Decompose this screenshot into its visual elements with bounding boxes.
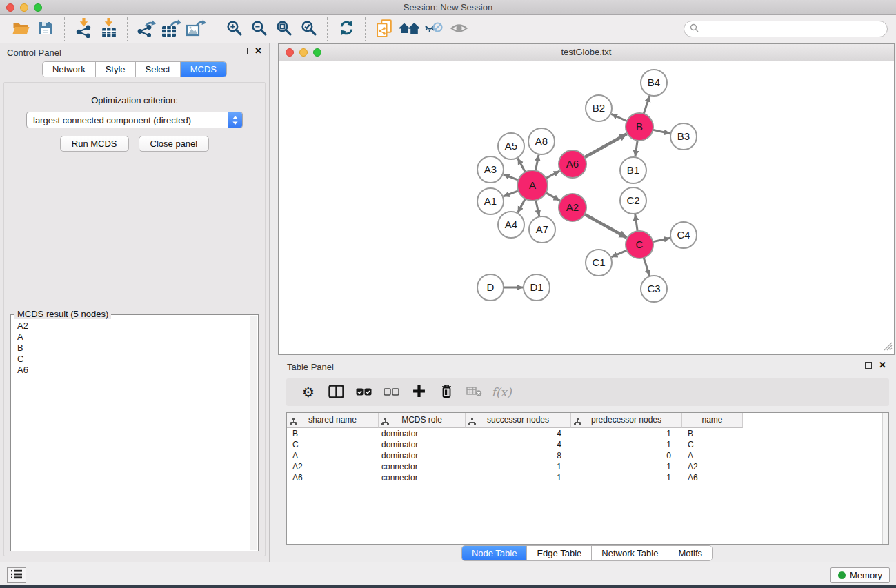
delete-table-button[interactable] — [460, 385, 488, 399]
zoom-fit-button[interactable] — [271, 17, 296, 41]
table-cell[interactable]: A6 — [287, 472, 379, 483]
column-header-successor-nodes[interactable]: successor nodes — [466, 413, 571, 428]
column-header-predecessor-nodes[interactable]: predecessor nodes — [571, 413, 682, 428]
result-item[interactable]: C — [17, 354, 252, 365]
tab-select[interactable]: Select — [136, 62, 181, 77]
split-view-button[interactable] — [322, 385, 350, 401]
import-table-button[interactable] — [96, 17, 121, 41]
zoom-in-button[interactable] — [221, 17, 246, 41]
graph-edge-C-C3[interactable] — [644, 256, 650, 276]
float-table-panel-icon[interactable] — [865, 362, 872, 369]
table-cell[interactable]: dominator — [379, 450, 466, 461]
graph-edge-A-A5[interactable] — [518, 159, 526, 174]
zoom-out-button[interactable] — [246, 17, 271, 41]
graph-edge-B-B2[interactable] — [611, 114, 628, 121]
table-row[interactable]: Adominator80A — [287, 450, 888, 461]
table-cell[interactable]: 1 — [571, 472, 682, 483]
delete-column-button[interactable] — [432, 384, 460, 401]
graph-edge-A-A4[interactable] — [518, 198, 526, 213]
tab-motifs[interactable]: Motifs — [668, 546, 712, 560]
tab-style[interactable]: Style — [96, 62, 136, 77]
table-cell[interactable]: A2 — [682, 461, 743, 472]
search-field[interactable] — [684, 21, 888, 37]
graph-edge-C-C1[interactable] — [611, 250, 628, 257]
float-panel-icon[interactable] — [241, 48, 248, 54]
tab-mcds[interactable]: MCDS — [181, 62, 226, 77]
table-cell[interactable]: 1 — [466, 472, 571, 483]
search-input[interactable] — [702, 24, 882, 34]
table-cell[interactable]: 1 — [571, 428, 682, 439]
column-header-shared-name[interactable]: shared name — [287, 413, 379, 428]
table-row[interactable]: A2connector11A2 — [287, 461, 888, 472]
table-row[interactable]: Cdominator41C — [287, 439, 888, 450]
table-cell[interactable]: 1 — [571, 461, 682, 472]
table-cell[interactable]: 4 — [466, 439, 571, 450]
table-cell[interactable]: 1 — [571, 439, 682, 450]
table-scrollbar[interactable] — [882, 413, 888, 544]
graph-edge-A-A8[interactable] — [535, 155, 539, 172]
table-cell[interactable]: B — [287, 428, 379, 439]
tab-network[interactable]: Network — [43, 62, 96, 77]
graph-edge-A-A2[interactable] — [545, 192, 560, 201]
network-canvas[interactable]: B4B2BB3A8A5A6A3B1AA1C2A2A4A7C4CC1DD1C3 — [279, 61, 894, 354]
table-row[interactable]: Bdominator41B — [287, 428, 888, 439]
close-network-button[interactable] — [286, 48, 294, 57]
table-cell[interactable]: dominator — [379, 439, 466, 450]
network-window-titlebar[interactable]: testGlobe.txt — [279, 44, 894, 61]
save-session-button[interactable] — [33, 17, 58, 41]
add-column-button[interactable] — [405, 385, 432, 400]
graph-edge-A2-C[interactable] — [584, 214, 627, 238]
table-cell[interactable]: 1 — [466, 461, 571, 472]
graph-edge-A-A1[interactable] — [504, 190, 520, 196]
zoom-window-button[interactable] — [34, 3, 42, 12]
graph-edge-A-A6[interactable] — [545, 171, 560, 179]
graph-edge-B-B1[interactable] — [635, 139, 638, 156]
table-cell[interactable]: C — [682, 439, 743, 450]
result-item[interactable]: B — [17, 343, 252, 354]
function-builder-button[interactable]: f(x) — [488, 385, 515, 399]
open-session-button[interactable] — [8, 17, 33, 41]
graph-edge-C-C2[interactable] — [635, 214, 638, 232]
graph-edge-A-A7[interactable] — [535, 199, 539, 216]
table-cell[interactable]: B — [682, 428, 743, 439]
show-all-button[interactable] — [446, 17, 471, 41]
column-header-MCDS-role[interactable]: MCDS role — [379, 413, 466, 428]
close-table-panel-icon[interactable]: ✕ — [879, 362, 886, 369]
table-cell[interactable]: connector — [379, 461, 466, 472]
table-cell[interactable]: 8 — [466, 450, 571, 461]
graph-edge-B-B3[interactable] — [652, 130, 670, 134]
table-cell[interactable]: 4 — [466, 428, 571, 439]
zoom-network-button[interactable] — [313, 48, 321, 57]
result-item[interactable]: A2 — [17, 321, 252, 332]
graph-edge-B-B4[interactable] — [644, 96, 650, 115]
graph-edge-C-C4[interactable] — [652, 238, 670, 242]
table-settings-button[interactable]: ⚙ — [295, 385, 322, 399]
result-item[interactable]: A — [17, 332, 252, 343]
import-network-button[interactable] — [71, 17, 96, 41]
export-network-button[interactable] — [134, 17, 159, 41]
zoom-selected-button[interactable] — [296, 17, 321, 41]
table-cell[interactable]: 0 — [571, 450, 682, 461]
result-scrollbar[interactable] — [250, 316, 257, 550]
select-all-button[interactable] — [350, 387, 377, 398]
memory-button[interactable]: Memory — [830, 567, 890, 583]
table-cell[interactable]: A — [287, 450, 379, 461]
graph-edge-A6-B[interactable] — [584, 134, 627, 158]
table-cell[interactable]: C — [287, 439, 379, 450]
optimization-criterion-select[interactable]: largest connected component (directed) — [26, 112, 243, 128]
table-cell[interactable]: connector — [379, 472, 466, 483]
table-row[interactable]: A6connector11A6 — [287, 472, 888, 483]
minimize-window-button[interactable] — [20, 3, 28, 12]
duplicate-network-button[interactable] — [372, 17, 397, 41]
hide-selected-button[interactable] — [421, 17, 446, 41]
window-resize-grip[interactable] — [882, 341, 893, 353]
table-cell[interactable]: dominator — [379, 428, 466, 439]
close-panel-button[interactable]: Close panel — [139, 136, 210, 152]
deselect-all-button[interactable] — [377, 387, 405, 398]
table-cell[interactable]: A2 — [287, 461, 379, 472]
home-view-button[interactable] — [397, 17, 421, 41]
close-panel-icon[interactable]: ✕ — [255, 48, 262, 54]
graph-edge-A-A3[interactable] — [504, 174, 520, 181]
refresh-view-button[interactable] — [334, 17, 359, 41]
column-header-name[interactable]: name — [682, 413, 743, 428]
